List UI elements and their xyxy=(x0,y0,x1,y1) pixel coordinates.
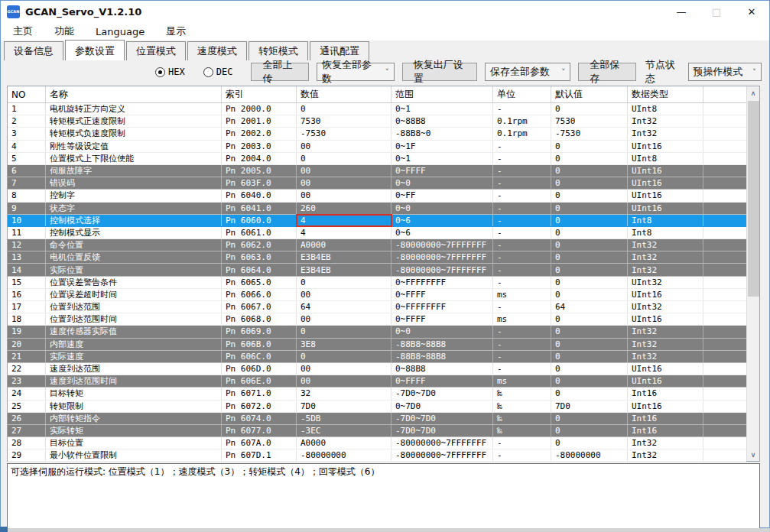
table-row[interactable]: 22速度到达范围Pn 606D.0000~88B8-0UInt16 xyxy=(8,363,746,375)
tab-参数设置[interactable]: 参数设置 xyxy=(65,40,125,60)
table-row[interactable]: 26内部转矩指令Pn 6074.0-5DB-7D0~7D0‰0Int16 xyxy=(8,413,746,425)
cell-value[interactable]: 32 xyxy=(297,388,391,399)
cell-value[interactable]: -5DB xyxy=(297,413,391,424)
tab-转矩模式[interactable]: 转矩模式 xyxy=(249,41,308,60)
table-row[interactable]: 28目标位置Pn 607A.0A0000-80000000~7FFFFFFF-0… xyxy=(8,437,746,449)
table-row[interactable]: 23速度到达范围时间Pn 606E.0000~FFFFms0UInt16 xyxy=(8,375,746,388)
node-status-dropdown[interactable]: 预操作模式 ˅ xyxy=(688,63,762,81)
table-row[interactable]: 12命令位置Pn 6062.0A0000-80000000~7FFFFFFF-0… xyxy=(8,239,746,251)
column-header[interactable]: 范围 xyxy=(391,86,493,102)
minimize-button[interactable]: — xyxy=(664,1,699,22)
column-header[interactable]: NO xyxy=(8,86,46,102)
save-all-params-dropdown[interactable]: 保存全部参数 ˅ xyxy=(485,63,570,81)
table-row[interactable]: 3转矩模式负速度限制Pn 2002.0-7530-88B8~00.1rpm-75… xyxy=(8,128,746,140)
cell-filler xyxy=(703,203,746,214)
menu-item[interactable]: Language xyxy=(96,26,145,37)
column-header[interactable]: 索引 xyxy=(222,86,297,102)
cell-no: 23 xyxy=(8,375,46,387)
cell-value[interactable]: 3E8 xyxy=(297,339,391,350)
column-header[interactable]: 数据类型 xyxy=(628,86,703,102)
table-row[interactable]: 9状态字Pn 6041.02600~0-0UInt16 xyxy=(8,203,746,215)
scroll-down-icon[interactable]: ∨ xyxy=(747,448,759,461)
column-header[interactable]: 单位 xyxy=(493,86,551,102)
table-row[interactable]: 18位置到达范围时间Pn 6068.0000~FFFFms0UInt16 xyxy=(8,313,746,326)
table-row[interactable]: 27实际转矩Pn 6077.0-3EC-7D0~7D0‰0Int16 xyxy=(8,425,746,437)
cell-value[interactable]: 4 xyxy=(297,227,391,238)
cell-value[interactable]: 64 xyxy=(297,301,391,313)
hex-radio[interactable]: HEX xyxy=(155,66,193,77)
table-row[interactable]: 11控制模式显示Pn 6061.040~6-0Int8 xyxy=(8,227,746,239)
cell-value[interactable]: 0 xyxy=(297,153,391,164)
vertical-scrollbar[interactable]: ∧ ∨ xyxy=(746,86,759,461)
cell-value[interactable]: 00 xyxy=(297,190,391,201)
table-row[interactable]: 25转矩限制Pn 6072.07D00~7D0‰7D0UInt16 xyxy=(8,401,746,413)
cell-value[interactable]: A0000 xyxy=(297,437,391,449)
table-row[interactable]: 10控制模式选择Pn 6060.040~6-0Int8 xyxy=(8,215,746,227)
cell-value[interactable]: 0 xyxy=(297,351,391,362)
table-row[interactable]: 4刚性等级设定值Pn 2003.0000~1F-0UInt16 xyxy=(8,141,746,153)
cell-index: Pn 606B.0 xyxy=(222,339,297,350)
cell-unit: ‰ xyxy=(493,388,551,399)
table-row[interactable]: 24目标转矩Pn 6071.032-7D0~7D0‰0Int16 xyxy=(8,388,746,400)
cell-value[interactable]: A0000 xyxy=(297,239,391,251)
table-row[interactable]: 19速度传感器实际值Pn 6069.000~0-0Int32 xyxy=(8,326,746,338)
table-row[interactable]: 7错误码Pn 603F.0000~0-0UInt16 xyxy=(8,177,746,190)
cell-value[interactable]: 7D0 xyxy=(297,401,391,412)
table-row[interactable]: 8控制字Pn 6040.0000~FF-0UInt16 xyxy=(8,190,746,202)
table-row[interactable]: 13电机位置反馈Pn 6063.0E3B4EB-80000000~7FFFFFF… xyxy=(8,251,746,264)
cell-value[interactable]: 0 xyxy=(297,326,391,337)
table-row[interactable]: 2转矩模式正速度限制Pn 2001.075300~88B80.1rpm7530I… xyxy=(8,115,746,128)
cell-value[interactable]: -3EC xyxy=(297,425,391,436)
table-row[interactable]: 5位置模式上下限位使能Pn 2004.000~1-0UInt8 xyxy=(8,153,746,165)
tab-速度模式[interactable]: 速度模式 xyxy=(187,41,247,60)
table-row[interactable]: 21实际速度Pn 606C.00-88B8~88B8-0Int32 xyxy=(8,351,746,363)
tab-设备信息[interactable]: 设备信息 xyxy=(4,41,63,60)
cell-value[interactable]: E3B4EB xyxy=(297,264,391,275)
cell-filler xyxy=(703,277,746,288)
cell-value[interactable]: 00 xyxy=(297,289,391,300)
table-row[interactable]: 20内部速度Pn 606B.03E8-88B8~88B8-0Int32 xyxy=(8,339,746,351)
scrollbar-thumb[interactable] xyxy=(748,101,759,297)
table-row[interactable]: 1电机旋转正方向定义Pn 2000.000~1-0UInt8 xyxy=(8,103,746,115)
factory-reset-button[interactable]: 恢复出厂设置 xyxy=(402,63,477,81)
cell-range: -80000000~7FFFFFFF xyxy=(391,437,493,449)
highlighted-value-cell[interactable]: 4 xyxy=(297,215,391,226)
table-row[interactable]: 29最小软件位置限制Pn 607D.1-80000000-80000000~7F… xyxy=(8,449,746,462)
cell-value[interactable]: 0 xyxy=(297,103,391,115)
cell-value[interactable]: 00 xyxy=(297,177,391,189)
column-header[interactable]: 数值 xyxy=(297,86,391,102)
cell-value[interactable]: 00 xyxy=(297,313,391,325)
save-all-button[interactable]: 全部保存 xyxy=(578,63,636,81)
cell-value[interactable]: -80000000 xyxy=(297,449,391,461)
cell-no: 2 xyxy=(8,115,46,127)
cell-value[interactable]: 00 xyxy=(297,141,391,152)
cell-value[interactable]: 260 xyxy=(297,203,391,214)
menu-item[interactable]: 主页 xyxy=(13,24,33,38)
column-header[interactable]: 名称 xyxy=(46,86,222,102)
cell-range: -80000000~7FFFFFFF xyxy=(391,251,493,263)
close-button[interactable]: ✕ xyxy=(734,1,769,22)
maximize-button[interactable]: □ xyxy=(699,1,734,22)
table-row[interactable]: 16位置误差超时时间Pn 6066.0000~FFFFms0UInt16 xyxy=(8,289,746,301)
cell-value[interactable]: 00 xyxy=(297,165,391,177)
upload-all-button[interactable]: 全部上传 xyxy=(251,63,309,81)
menu-item[interactable]: 显示 xyxy=(166,24,186,38)
tab-通讯配置[interactable]: 通讯配置 xyxy=(310,41,369,60)
scroll-up-icon[interactable]: ∧ xyxy=(747,86,759,99)
table-row[interactable]: 15位置误差警告条件Pn 6065.000~FFFFFFFF-0UInt32 xyxy=(8,277,746,289)
cell-value[interactable]: 7530 xyxy=(297,115,391,127)
dec-radio[interactable]: DEC xyxy=(203,66,241,77)
cell-value[interactable]: E3B4EB xyxy=(297,251,391,263)
table-row[interactable]: 6伺服故障字Pn 2005.0000~FFFF-0UInt16 xyxy=(8,165,746,177)
table-row[interactable]: 17位置到达范围Pn 6067.0640~FFFFFFFF-64UInt32 xyxy=(8,301,746,313)
cell-value[interactable]: 00 xyxy=(297,363,391,375)
cell-value[interactable]: 0 xyxy=(297,277,391,288)
restore-all-params-dropdown[interactable]: 恢复全部参数 ˅ xyxy=(317,63,395,81)
cell-value[interactable]: 00 xyxy=(297,375,391,387)
column-header[interactable]: 默认值 xyxy=(551,86,628,102)
menu-item[interactable]: 功能 xyxy=(54,24,74,38)
cell-filler xyxy=(703,301,746,313)
table-row[interactable]: 14实际位置Pn 6064.0E3B4EB-80000000~7FFFFFFF-… xyxy=(8,264,746,276)
cell-value[interactable]: -7530 xyxy=(297,128,391,139)
tab-位置模式[interactable]: 位置模式 xyxy=(126,41,186,60)
